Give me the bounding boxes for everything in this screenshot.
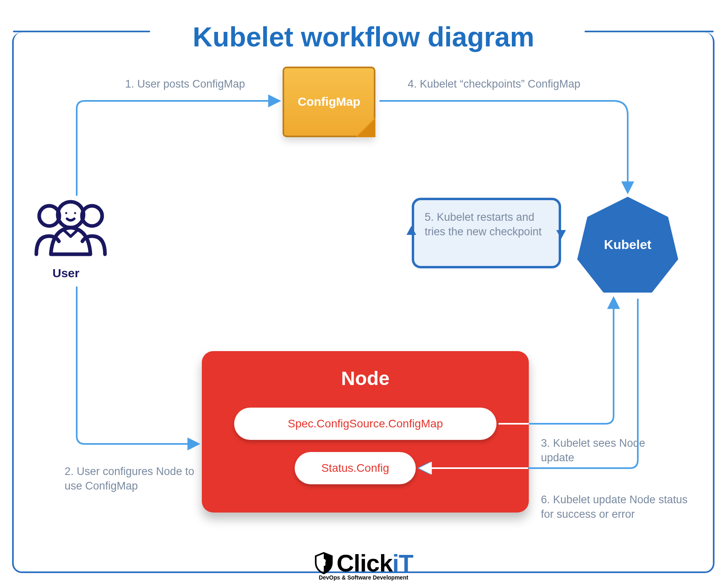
logo-text-suffix: iT [392,550,413,577]
svg-point-2 [58,202,84,228]
node-spec-text: Spec.ConfigSource.ConfigMap [288,417,443,430]
svg-point-3 [65,212,67,214]
shield-icon [314,552,333,574]
svg-point-4 [74,212,76,214]
svg-rect-6 [322,562,325,566]
step-2-label: 2. User configures Node to use ConfigMap [65,464,210,494]
node-label: Node [202,367,529,389]
step-6-label: 6. Kubelet update Node status for succes… [541,492,702,522]
step-5-label: 5. Kubelet restarts and tries the new ch… [425,210,550,239]
restart-arrow-up-icon [406,226,416,235]
brand-logo: ClickiT DevOps & Software Development [314,551,413,581]
node-status-text: Status.Config [321,462,389,475]
configmap-label: ConfigMap [283,95,375,109]
user-icon [32,198,109,262]
node-status-field: Status.Config [295,452,416,484]
node-spec-field: Spec.ConfigSource.ConfigMap [234,408,497,440]
step-3-label: 3. Kubelet sees Node update [541,436,662,465]
configmap-node: ConfigMap [283,67,375,137]
restart-arrow-down-icon [556,230,566,239]
kubelet-label: Kubelet [577,237,678,252]
diagram-title: Kubelet workflow diagram [193,21,534,52]
user-label: User [52,266,80,280]
step-4-label: 4. Kubelet “checkpoints” ConfigMap [408,77,580,91]
logo-text-prefix: Click [337,550,392,577]
step-1-label: 1. User posts ConfigMap [125,77,245,91]
logo-tagline: DevOps & Software Development [314,574,413,581]
